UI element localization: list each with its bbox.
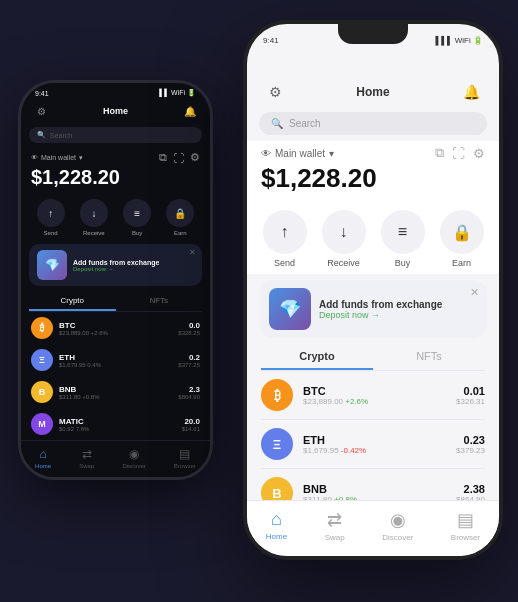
light-wallet-dropdown-icon[interactable]: ▾: [329, 148, 334, 159]
light-nav-swap[interactable]: ⇄ Swap: [325, 509, 345, 542]
dark-search-bar[interactable]: 🔍 Search: [29, 127, 202, 143]
light-tab-crypto[interactable]: Crypto: [261, 344, 373, 370]
dark-btc-value: 0.0 $328.25: [178, 321, 200, 336]
dark-eth-value: 0.2 $377.25: [178, 353, 200, 368]
light-wallet-section: 👁 Main wallet ▾ ⧉ ⛶ ⚙ $1,228.20: [247, 141, 499, 200]
dark-browser-label: Browser: [174, 463, 196, 469]
dark-search-icon: 🔍: [37, 131, 46, 139]
dark-send-label: Send: [44, 230, 58, 236]
light-send-icon: ↑: [263, 210, 307, 254]
dark-matic-icon: M: [31, 413, 53, 435]
dark-gear-icon[interactable]: ⚙: [190, 151, 200, 164]
dark-promo-image: 💎: [37, 250, 67, 280]
dark-receive-icon: ↓: [80, 199, 108, 227]
dark-header: ⚙ Home 🔔: [21, 99, 210, 125]
dark-eth-info: ETH $1,679.95 0.4%: [59, 353, 172, 368]
dark-matic-value: 20.0 $14.61: [182, 417, 200, 432]
dark-wallet-section: 👁 Main wallet ▾ ⧉ ⛶ ⚙ $1,228.20: [21, 145, 210, 193]
light-buy-label: Buy: [395, 258, 411, 268]
light-earn-icon: 🔒: [440, 210, 484, 254]
dark-receive-button[interactable]: ↓ Receive: [80, 199, 108, 236]
light-nav-home[interactable]: ⌂ Home: [266, 509, 287, 542]
light-send-label: Send: [274, 258, 295, 268]
light-eth-info: ETH $1,679.95 -0.42%: [303, 434, 446, 455]
light-tab-nfts[interactable]: NFTs: [373, 344, 485, 370]
light-discover-icon: ◉: [390, 509, 406, 531]
light-send-button[interactable]: ↑ Send: [263, 210, 307, 268]
light-notification-icon[interactable]: 🔔: [457, 78, 485, 106]
dark-bnb-icon: B: [31, 381, 53, 403]
light-buy-button[interactable]: ≡ Buy: [381, 210, 425, 268]
dark-expand-icon[interactable]: ⛶: [173, 152, 184, 164]
dark-btc-icon: ₿: [31, 317, 53, 339]
dark-btc-info: BTC $23,889.00 +2.6%: [59, 321, 172, 336]
light-search-placeholder: Search: [289, 118, 321, 129]
dark-buy-button[interactable]: ≡ Buy: [123, 199, 151, 236]
dark-promo-close[interactable]: ✕: [189, 248, 196, 257]
dark-settings-icon[interactable]: ⚙: [31, 101, 51, 121]
light-browser-label: Browser: [451, 533, 480, 542]
light-receive-label: Receive: [327, 258, 360, 268]
light-promo-text: Add funds from exchange Deposit now →: [319, 299, 442, 320]
dark-nav-discover[interactable]: ◉ Discover: [122, 447, 145, 469]
dark-nav-browser[interactable]: ▤ Browser: [174, 447, 196, 469]
light-eth-icon: Ξ: [261, 428, 293, 460]
light-btc-value: 0.01 $326.31: [456, 385, 485, 406]
light-phone: 9:41 ▌▌▌ WiFi 🔋 ⚙ Home 🔔 🔍 Search 👁 Main…: [243, 20, 503, 560]
light-header: ⚙ Home 🔔: [247, 74, 499, 110]
dark-coin-bnb[interactable]: B BNB $311.80 +0.8% 2.3 $864.90: [21, 376, 210, 408]
light-gear-icon[interactable]: ⚙: [473, 146, 485, 161]
dark-wallet-dropdown-icon[interactable]: ▾: [79, 154, 83, 162]
dark-send-button[interactable]: ↑ Send: [37, 199, 65, 236]
light-receive-button[interactable]: ↓ Receive: [322, 210, 366, 268]
dark-earn-button[interactable]: 🔒 Earn: [166, 199, 194, 236]
dark-coin-matic[interactable]: M MATIC $0.92 7.6% 20.0 $14.61: [21, 408, 210, 440]
light-tabs: Crypto NFTs: [261, 344, 485, 370]
light-coin-eth[interactable]: Ξ ETH $1,679.95 -0.42% 0.23 $379.23: [247, 420, 499, 468]
dark-tab-crypto[interactable]: Crypto: [29, 292, 116, 311]
light-nav-discover[interactable]: ◉ Discover: [382, 509, 413, 542]
dark-coin-eth[interactable]: Ξ ETH $1,679.95 0.4% 0.2 $377.25: [21, 344, 210, 376]
dark-bottom-nav: ⌂ Home ⇄ Swap ◉ Discover ▤ Browser: [21, 440, 210, 477]
light-nav-browser[interactable]: ▤ Browser: [451, 509, 480, 542]
light-promo-image: 💎: [269, 288, 311, 330]
light-search-icon: 🔍: [271, 118, 283, 129]
dark-eth-icon: Ξ: [31, 349, 53, 371]
dark-header-title: Home: [51, 106, 180, 116]
dark-home-icon: ⌂: [39, 447, 46, 461]
light-btc-info: BTC $23,889.00 +2.6%: [303, 385, 446, 406]
dark-matic-info: MATIC $0.92 7.6%: [59, 417, 176, 432]
light-copy-icon[interactable]: ⧉: [435, 145, 444, 161]
light-promo-close[interactable]: ✕: [470, 286, 479, 299]
light-earn-label: Earn: [452, 258, 471, 268]
light-bottom-nav: ⌂ Home ⇄ Swap ◉ Discover ▤ Browser: [247, 500, 499, 556]
light-earn-button[interactable]: 🔒 Earn: [440, 210, 484, 268]
light-browser-icon: ▤: [457, 509, 474, 531]
light-promo-link[interactable]: Deposit now →: [319, 310, 442, 320]
dark-notification-icon[interactable]: 🔔: [180, 101, 200, 121]
dark-time: 9:41: [35, 90, 49, 97]
dark-promo-link[interactable]: Deposit now →: [73, 266, 159, 272]
light-action-row: ↑ Send ↓ Receive ≡ Buy 🔒 Earn: [247, 200, 499, 274]
light-header-title: Home: [289, 85, 457, 99]
light-swap-label: Swap: [325, 533, 345, 542]
dark-nav-home[interactable]: ⌂ Home: [35, 447, 51, 469]
light-home-label: Home: [266, 532, 287, 541]
dark-browser-icon: ▤: [179, 447, 190, 461]
dark-wallet-label: 👁 Main wallet ▾ ⧉ ⛶ ⚙: [31, 151, 200, 164]
light-eth-value: 0.23 $379.23: [456, 434, 485, 455]
dark-status-icons: ▌▌ WiFi 🔋: [159, 89, 196, 97]
dark-coin-btc[interactable]: ₿ BTC $23,889.00 +2.6% 0.0 $328.25: [21, 312, 210, 344]
light-coin-btc[interactable]: ₿ BTC $23,889.00 +2.6% 0.01 $326.31: [247, 371, 499, 419]
dark-tab-nfts[interactable]: NFTs: [116, 292, 203, 311]
dark-swap-icon: ⇄: [82, 447, 92, 461]
dark-nav-swap[interactable]: ⇄ Swap: [79, 447, 94, 469]
dark-copy-icon[interactable]: ⧉: [159, 151, 167, 164]
light-status-icons: ▌▌▌ WiFi 🔋: [436, 36, 483, 45]
light-settings-icon[interactable]: ⚙: [261, 78, 289, 106]
light-expand-icon[interactable]: ⛶: [452, 146, 465, 161]
light-search-bar[interactable]: 🔍 Search: [259, 112, 487, 135]
dark-buy-label: Buy: [132, 230, 142, 236]
dark-home-label: Home: [35, 463, 51, 469]
dark-wallet-amount: $1,228.20: [31, 166, 200, 189]
